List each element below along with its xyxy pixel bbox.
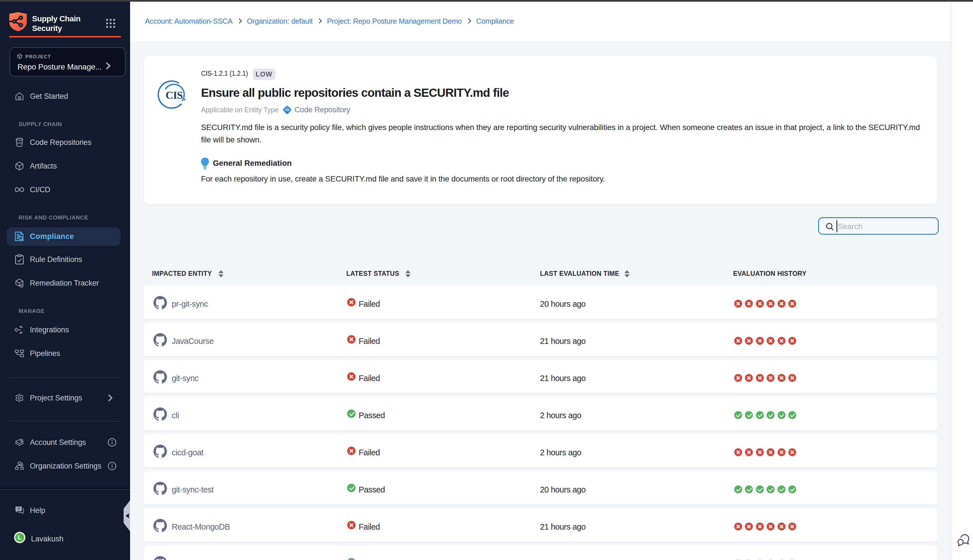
svg-text:</>: </> xyxy=(285,108,289,112)
svg-text:?: ? xyxy=(17,507,20,511)
svg-text:CIS: CIS xyxy=(165,89,182,101)
